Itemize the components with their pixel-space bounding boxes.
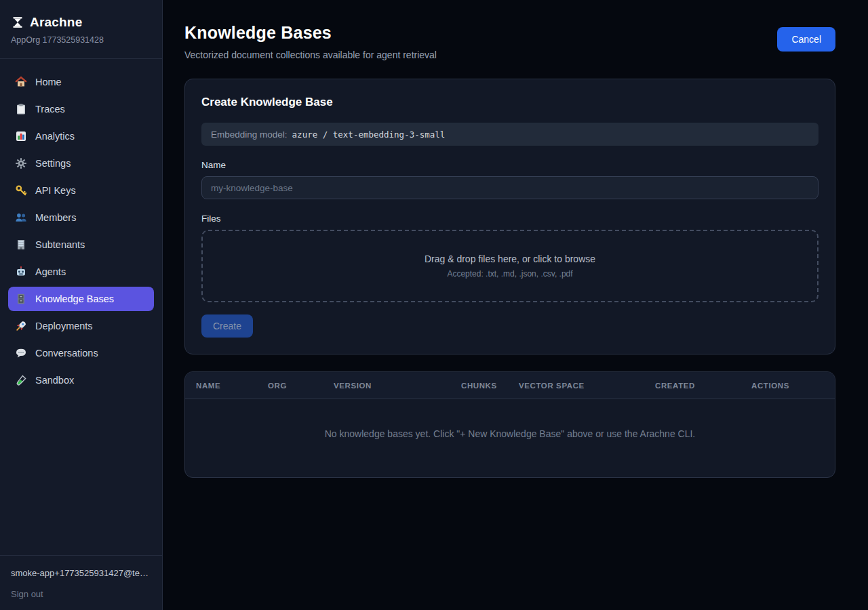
sidebar-item-label: Home xyxy=(35,77,62,87)
page-subtitle: Vectorized document collections availabl… xyxy=(184,49,437,60)
bar-chart-icon xyxy=(15,130,27,142)
sidebar-item-label: Traces xyxy=(35,104,65,115)
sidebar-item-traces[interactable]: Traces xyxy=(8,97,154,121)
sidebar-item-label: Members xyxy=(35,212,76,223)
home-icon xyxy=(15,76,27,88)
sidebar-item-subtenants[interactable]: Subtenants xyxy=(8,232,154,257)
column-header-created: Created xyxy=(655,382,751,390)
app-name: Arachne xyxy=(30,15,82,30)
dropzone-primary-text: Drag & drop files here, or click to brow… xyxy=(425,253,595,264)
embedding-model-label: Embedding model: xyxy=(211,129,288,140)
sidebar-item-members[interactable]: Members xyxy=(8,205,154,230)
sidebar-nav: Home Traces Analytics Settings API Keys xyxy=(0,59,162,555)
column-header-chunks: Chunks xyxy=(461,382,519,390)
column-header-name: Name xyxy=(196,382,268,390)
column-header-actions: Actions xyxy=(751,382,835,390)
create-card-title: Create Knowledge Base xyxy=(201,96,818,109)
embedding-model-value: azure / text-embedding-3-small xyxy=(292,129,446,140)
sidebar-item-conversations[interactable]: Conversations xyxy=(8,341,154,365)
sign-out-link[interactable]: Sign out xyxy=(11,589,151,599)
column-header-version: Version xyxy=(334,382,461,390)
sidebar-footer: smoke-app+1773525931427@test… Sign out xyxy=(0,555,162,610)
sidebar-item-home[interactable]: Home xyxy=(8,70,154,94)
robot-icon xyxy=(15,266,27,278)
sidebar-item-api-keys[interactable]: API Keys xyxy=(8,178,154,203)
name-input[interactable] xyxy=(201,176,818,199)
embedding-model-bar: Embedding model: azure / text-embedding-… xyxy=(201,123,818,146)
table-header-row: Name Org Version Chunks Vector Space Cre… xyxy=(185,372,835,399)
user-email: smoke-app+1773525931427@test… xyxy=(11,568,151,578)
page-title: Knowledge Bases xyxy=(184,23,437,43)
org-name: AppOrg 1773525931428 xyxy=(11,35,151,45)
main-content: Knowledge Bases Vectorized document coll… xyxy=(163,0,868,610)
sidebar-item-label: Knowledge Bases xyxy=(35,293,114,304)
sidebar-item-deployments[interactable]: Deployments xyxy=(8,314,154,338)
sidebar-item-label: Agents xyxy=(35,266,66,277)
column-header-org: Org xyxy=(268,382,334,390)
sidebar-item-settings[interactable]: Settings xyxy=(8,151,154,176)
sidebar-item-knowledge-bases[interactable]: Knowledge Bases xyxy=(8,287,154,311)
file-cabinet-icon xyxy=(15,293,27,305)
sidebar-item-label: Analytics xyxy=(35,131,75,142)
sidebar-item-agents[interactable]: Agents xyxy=(8,260,154,284)
hourglass-logo-icon xyxy=(11,16,24,29)
page-header-text: Knowledge Bases Vectorized document coll… xyxy=(184,23,437,60)
sidebar-item-label: Deployments xyxy=(35,321,93,331)
dropzone-accepted-text: Accepted: .txt, .md, .json, .csv, .pdf xyxy=(447,269,572,279)
sidebar-item-label: Conversations xyxy=(35,348,98,359)
knowledge-bases-table: Name Org Version Chunks Vector Space Cre… xyxy=(184,371,835,478)
people-icon xyxy=(15,211,27,224)
sidebar-item-label: Settings xyxy=(35,158,71,169)
logo: Arachne xyxy=(11,15,151,30)
sidebar-item-label: Subtenants xyxy=(35,239,85,250)
sidebar-item-sandbox[interactable]: Sandbox xyxy=(8,368,154,392)
sidebar: Arachne AppOrg 1773525931428 Home Traces… xyxy=(0,0,163,610)
page-header: Knowledge Bases Vectorized document coll… xyxy=(184,23,835,60)
create-button[interactable]: Create xyxy=(201,314,253,338)
create-knowledge-base-card: Create Knowledge Base Embedding model: a… xyxy=(184,79,835,354)
test-tube-icon xyxy=(15,374,27,386)
file-dropzone[interactable]: Drag & drop files here, or click to brow… xyxy=(201,230,818,302)
table-empty-state: No knowledge bases yet. Click "+ New Kno… xyxy=(185,399,835,477)
column-header-vector-space: Vector Space xyxy=(519,382,655,390)
gear-icon xyxy=(15,157,27,169)
cancel-button[interactable]: Cancel xyxy=(777,27,835,52)
rocket-icon xyxy=(15,320,27,332)
files-field-label: Files xyxy=(201,214,818,224)
sidebar-header: Arachne AppOrg 1773525931428 xyxy=(0,0,162,59)
speech-bubble-icon xyxy=(15,347,27,359)
building-icon xyxy=(15,239,27,251)
sidebar-item-label: API Keys xyxy=(35,185,76,196)
sidebar-item-label: Sandbox xyxy=(35,375,74,386)
clipboard-icon xyxy=(15,103,27,115)
sidebar-item-analytics[interactable]: Analytics xyxy=(8,124,154,148)
name-field-label: Name xyxy=(201,160,818,170)
key-icon xyxy=(15,184,27,197)
